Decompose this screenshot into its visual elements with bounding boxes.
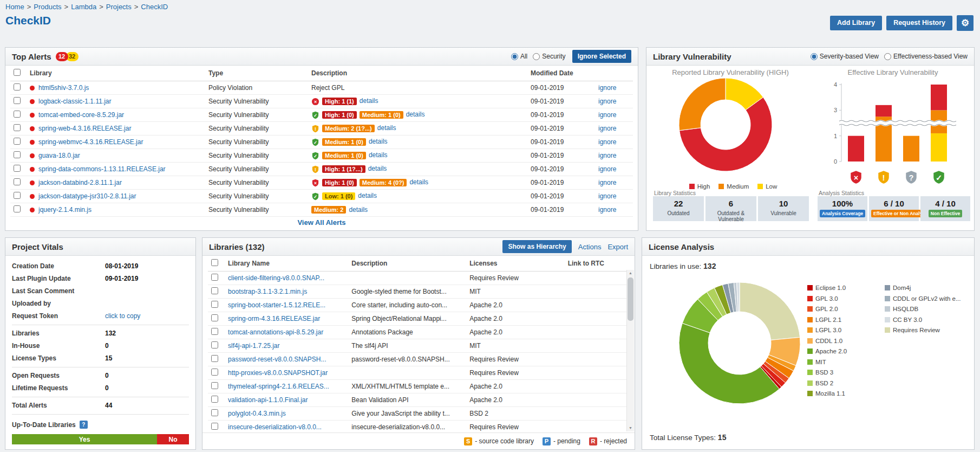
alert-library-link[interactable]: guava-18.0.jar — [38, 152, 80, 159]
alert-library-link[interactable]: spring-data-commons-1.13.11.RELEASE.jar — [38, 165, 166, 173]
library-row-checkbox[interactable] — [211, 409, 218, 416]
vuln-view-radio-input[interactable] — [811, 53, 818, 60]
help-icon[interactable]: ? — [80, 421, 88, 429]
alert-library-link[interactable]: spring-web-4.3.16.RELEASE.jar — [38, 125, 131, 132]
breadcrumb-link-products[interactable]: Products — [34, 3, 61, 11]
details-link[interactable]: details — [369, 138, 388, 145]
breadcrumb-link-projects[interactable]: Projects — [106, 3, 132, 11]
ignore-link[interactable]: ignore — [598, 84, 616, 92]
alert-filter-radio-input[interactable] — [511, 53, 518, 60]
alert-row-checkbox[interactable] — [14, 192, 21, 199]
library-row-checkbox[interactable] — [211, 314, 218, 321]
ignore-link[interactable]: ignore — [598, 98, 616, 105]
select-all-libraries-checkbox[interactable] — [211, 259, 218, 266]
vuln-view-radio-effectiveness-based-view[interactable]: Effectiveness-based View — [884, 53, 968, 60]
breadcrumb-link-checkid[interactable]: CheckID — [141, 3, 168, 11]
select-all-alerts-checkbox[interactable] — [14, 69, 21, 76]
library-name-link[interactable]: client-side-filtering-v8.0.0.SNAP... — [228, 274, 324, 282]
ignore-link[interactable]: ignore — [598, 206, 616, 214]
ignore-link[interactable]: ignore — [598, 111, 616, 119]
alert-library-link[interactable]: jackson-databind-2.8.11.1.jar — [38, 179, 122, 186]
details-link[interactable]: details — [406, 111, 425, 118]
alert-library-link[interactable]: tomcat-embed-core-8.5.29.jar — [38, 111, 124, 119]
library-row-checkbox[interactable] — [211, 369, 218, 376]
details-link[interactable]: details — [377, 124, 396, 132]
library-row-checkbox[interactable] — [211, 301, 218, 308]
alert-library-link[interactable]: logback-classic-1.1.11.jar — [38, 98, 112, 105]
vuln-view-radio-input[interactable] — [884, 53, 891, 60]
legend-label: BSD 3 — [815, 369, 833, 376]
request-token-copy-link[interactable]: click to copy — [105, 310, 140, 322]
libraries-panel: Libraries (132) Show as Hierarchy Action… — [202, 237, 635, 450]
breadcrumb-link-lambda[interactable]: Lambda — [71, 3, 96, 11]
show-as-hierarchy-button[interactable]: Show as Hierarchy — [502, 240, 571, 253]
alert-library-link[interactable]: html5shiv-3.7.0.js — [38, 84, 89, 92]
alert-row-checkbox[interactable] — [14, 138, 21, 145]
details-link[interactable]: details — [358, 192, 377, 199]
library-name-link[interactable]: polyglot-0.4.3.min.js — [228, 410, 286, 417]
library-row-checkbox[interactable] — [211, 396, 218, 403]
scroll-down-arrow[interactable]: ▼ — [627, 425, 634, 431]
library-name-link[interactable]: spring-orm-4.3.16.RELEASE.jar — [228, 315, 320, 322]
stat-value: 100% — [820, 199, 865, 209]
vitals-row: Libraries132 — [5, 327, 195, 340]
library-row-checkbox[interactable] — [211, 355, 218, 362]
library-name-link[interactable]: tomcat-annotations-api-8.5.29.jar — [228, 328, 323, 336]
details-link[interactable]: details — [409, 178, 428, 186]
library-name-link[interactable]: http-proxies-v8.0.0.SNAPSHOT.jar — [228, 369, 328, 377]
alert-row-checkbox[interactable] — [14, 83, 21, 91]
alert-row-checkbox[interactable] — [14, 165, 21, 172]
library-name-link[interactable]: slf4j-api-1.7.25.jar — [228, 342, 279, 350]
actions-link[interactable]: Actions — [578, 243, 602, 251]
alert-row-checkbox[interactable] — [14, 111, 21, 118]
details-link[interactable]: details — [349, 206, 368, 214]
vuln-view-radio-label: Severity-based View — [820, 53, 879, 60]
library-row-checkbox[interactable] — [211, 328, 218, 335]
library-row-checkbox[interactable] — [211, 341, 218, 348]
library-row-checkbox[interactable] — [211, 287, 218, 294]
alert-row-checkbox[interactable] — [14, 124, 21, 131]
scroll-up-arrow[interactable]: ▲ — [627, 270, 634, 276]
severity-badge-medium: Medium: 2 — [311, 206, 346, 214]
alert-filter-radio-input[interactable] — [533, 53, 540, 60]
alert-row-checkbox[interactable] — [14, 151, 21, 158]
library-name-link[interactable]: password-reset-v8.0.0.SNAPSH... — [228, 356, 326, 363]
alert-library-link[interactable]: jackson-datatype-jsr310-2.8.11.jar — [38, 192, 136, 200]
alert-filter-radio-all[interactable]: All — [511, 53, 527, 60]
ignore-selected-button[interactable]: Ignore Selected — [572, 50, 631, 63]
view-all-alerts-link[interactable]: View All Alerts — [297, 218, 345, 227]
vertical-scrollbar[interactable]: ▲ ▼ — [626, 270, 634, 431]
vuln-view-radio-severity-based-view[interactable]: Severity-based View — [811, 53, 879, 60]
request-history-button[interactable]: Request History — [886, 16, 952, 30]
export-link[interactable]: Export — [607, 243, 628, 251]
ignore-link[interactable]: ignore — [598, 138, 616, 146]
library-row-checkbox[interactable] — [211, 274, 218, 281]
library-name-link[interactable]: bootstrap-3.1.1-3.2.1.min.js — [228, 288, 307, 295]
ignore-link[interactable]: ignore — [598, 165, 616, 173]
library-name-link[interactable]: thymeleaf-spring4-2.1.6.RELEAS... — [228, 383, 329, 390]
ignore-link[interactable]: ignore — [598, 192, 616, 200]
library-name-link[interactable]: validation-api-1.1.0.Final.jar — [228, 396, 308, 404]
library-row-checkbox[interactable] — [211, 423, 218, 430]
scrollbar-thumb[interactable] — [628, 277, 633, 321]
alert-filter-radio-security[interactable]: Security — [533, 53, 565, 60]
library-row-checkbox[interactable] — [211, 382, 218, 389]
details-link[interactable]: details — [368, 165, 387, 172]
alert-row-checkbox[interactable] — [14, 178, 21, 185]
ignore-link[interactable]: ignore — [598, 152, 616, 159]
details-link[interactable]: details — [369, 151, 388, 159]
library-name-link[interactable]: spring-boot-starter-1.5.12.RELE... — [228, 301, 325, 309]
alert-row-checkbox[interactable] — [14, 97, 21, 104]
library-name-link[interactable]: insecure-deserialization-v8.0.0... — [228, 423, 322, 431]
alert-library-link[interactable]: jquery-2.1.4.min.js — [38, 206, 92, 214]
breadcrumb-link-home[interactable]: Home — [5, 3, 24, 11]
footer-legend-item: S- source code library — [464, 437, 534, 445]
alert-row-checkbox[interactable] — [14, 205, 21, 212]
settings-gear-button[interactable]: ⚙ — [957, 15, 974, 31]
ignore-link[interactable]: ignore — [598, 125, 616, 132]
add-library-button[interactable]: Add Library — [830, 16, 882, 30]
details-link[interactable]: details — [360, 97, 378, 105]
ignore-link[interactable]: ignore — [598, 179, 616, 186]
alert-library-link[interactable]: spring-webmvc-4.3.16.RELEASE.jar — [38, 138, 143, 146]
total-license-types-label: Total License Types: — [650, 434, 716, 442]
